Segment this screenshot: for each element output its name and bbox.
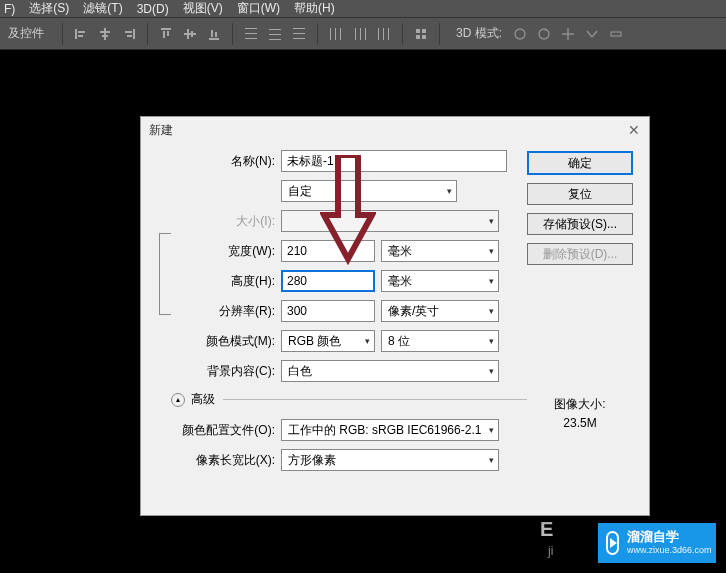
svg-rect-28 bbox=[335, 28, 336, 40]
bracket-icon bbox=[159, 233, 171, 315]
close-icon[interactable]: ✕ bbox=[627, 123, 641, 137]
pixel-aspect-label: 像素长宽比(X): bbox=[151, 452, 281, 469]
height-unit-select[interactable]: 毫米▾ bbox=[381, 270, 499, 292]
play-icon bbox=[606, 531, 619, 555]
ok-button[interactable]: 确定 bbox=[527, 151, 633, 175]
divider bbox=[232, 23, 233, 45]
distribute-center-h-icon[interactable] bbox=[352, 26, 368, 42]
chevron-down-icon: ▾ bbox=[489, 455, 494, 465]
chevron-down-icon: ▾ bbox=[489, 246, 494, 256]
menu-3d[interactable]: 3D(D) bbox=[137, 2, 169, 16]
bg-subtext: ji bbox=[548, 544, 553, 558]
svg-rect-39 bbox=[422, 35, 426, 39]
align-top-icon[interactable] bbox=[158, 26, 174, 42]
3d-pan-icon[interactable] bbox=[560, 26, 576, 42]
svg-rect-29 bbox=[340, 28, 341, 40]
distribute-left-icon[interactable] bbox=[328, 26, 344, 42]
svg-rect-11 bbox=[167, 31, 169, 36]
menu-layer[interactable]: F) bbox=[4, 2, 15, 16]
align-center-h-icon[interactable] bbox=[97, 26, 113, 42]
svg-rect-9 bbox=[161, 28, 171, 30]
chevron-down-icon: ▾ bbox=[489, 336, 494, 346]
svg-rect-42 bbox=[611, 32, 621, 36]
distribute-top-icon[interactable] bbox=[243, 26, 259, 42]
image-size-value: 23.5M bbox=[554, 416, 605, 430]
3d-roll-icon[interactable] bbox=[536, 26, 552, 42]
divider bbox=[62, 23, 63, 45]
chevron-down-icon: ▾ bbox=[447, 186, 452, 196]
distribute-bottom-icon[interactable] bbox=[291, 26, 307, 42]
name-label: 名称(N): bbox=[151, 153, 281, 170]
background-select[interactable]: 白色▾ bbox=[281, 360, 499, 382]
svg-rect-13 bbox=[187, 29, 189, 39]
svg-rect-26 bbox=[293, 38, 305, 39]
chevron-down-icon: ▾ bbox=[489, 306, 494, 316]
svg-rect-36 bbox=[416, 29, 420, 33]
menu-select[interactable]: 选择(S) bbox=[29, 0, 69, 17]
dialog-title: 新建 bbox=[149, 122, 173, 139]
bit-depth-select[interactable]: 8 位▾ bbox=[381, 330, 499, 352]
menu-filter[interactable]: 滤镜(T) bbox=[83, 0, 122, 17]
svg-rect-22 bbox=[269, 34, 281, 35]
toolbar-left-label: 及控件 bbox=[4, 23, 48, 44]
align-center-v-icon[interactable] bbox=[182, 26, 198, 42]
options-bar: 及控件 3D 模式: bbox=[0, 18, 726, 50]
divider bbox=[223, 399, 527, 400]
align-left-icon[interactable] bbox=[73, 26, 89, 42]
svg-rect-16 bbox=[211, 30, 213, 37]
divider bbox=[147, 23, 148, 45]
advanced-label: 高级 bbox=[191, 391, 215, 408]
svg-rect-4 bbox=[100, 31, 110, 33]
svg-rect-25 bbox=[293, 33, 305, 34]
distribute-center-v-icon[interactable] bbox=[267, 26, 283, 42]
align-right-icon[interactable] bbox=[121, 26, 137, 42]
svg-rect-32 bbox=[365, 28, 366, 40]
svg-rect-10 bbox=[163, 31, 165, 38]
new-document-dialog: 新建 ✕ 名称(N): 自定▾ 大小(I): ▾ 宽度(W bbox=[140, 116, 650, 516]
watermark-title: 溜溜自学 bbox=[627, 530, 712, 545]
auto-align-icon[interactable] bbox=[413, 26, 429, 42]
menu-view[interactable]: 视图(V) bbox=[183, 0, 223, 17]
3d-orbit-icon[interactable] bbox=[512, 26, 528, 42]
resolution-input[interactable] bbox=[281, 300, 375, 322]
svg-rect-3 bbox=[104, 28, 106, 40]
color-mode-select[interactable]: RGB 颜色▾ bbox=[281, 330, 375, 352]
save-preset-button[interactable]: 存储预设(S)... bbox=[527, 213, 633, 235]
svg-rect-21 bbox=[269, 29, 281, 30]
divider bbox=[317, 23, 318, 45]
svg-rect-37 bbox=[422, 29, 426, 33]
svg-rect-17 bbox=[215, 32, 217, 37]
3d-scale-icon[interactable] bbox=[608, 26, 624, 42]
svg-rect-1 bbox=[78, 31, 85, 33]
chevron-down-icon: ▾ bbox=[489, 276, 494, 286]
size-label: 大小(I): bbox=[151, 213, 281, 230]
svg-rect-20 bbox=[245, 38, 257, 39]
3d-slide-icon[interactable] bbox=[584, 26, 600, 42]
svg-rect-14 bbox=[191, 31, 193, 37]
svg-rect-34 bbox=[383, 28, 384, 40]
name-input[interactable] bbox=[281, 150, 507, 172]
color-mode-label: 颜色模式(M): bbox=[151, 333, 281, 350]
svg-rect-38 bbox=[416, 35, 420, 39]
divider bbox=[439, 23, 440, 45]
svg-point-41 bbox=[539, 29, 549, 39]
width-input[interactable] bbox=[281, 240, 375, 262]
preset-select[interactable]: 自定▾ bbox=[281, 180, 457, 202]
advanced-toggle-icon[interactable]: ▴ bbox=[171, 393, 185, 407]
menu-bar: F) 选择(S) 滤镜(T) 3D(D) 视图(V) 窗口(W) 帮助(H) bbox=[0, 0, 726, 18]
align-bottom-icon[interactable] bbox=[206, 26, 222, 42]
height-input[interactable] bbox=[281, 270, 375, 292]
svg-rect-33 bbox=[378, 28, 379, 40]
menu-help[interactable]: 帮助(H) bbox=[294, 0, 335, 17]
chevron-down-icon: ▾ bbox=[365, 336, 370, 346]
resolution-unit-select[interactable]: 像素/英寸▾ bbox=[381, 300, 499, 322]
color-profile-label: 颜色配置文件(O): bbox=[151, 422, 281, 439]
pixel-aspect-select[interactable]: 方形像素▾ bbox=[281, 449, 499, 471]
cancel-button[interactable]: 复位 bbox=[527, 183, 633, 205]
color-profile-select[interactable]: 工作中的 RGB: sRGB IEC61966-2.1▾ bbox=[281, 419, 499, 441]
svg-rect-30 bbox=[355, 28, 356, 40]
distribute-right-icon[interactable] bbox=[376, 26, 392, 42]
watermark-url: www.zixue.3d66.com bbox=[627, 545, 712, 555]
width-unit-select[interactable]: 毫米▾ bbox=[381, 240, 499, 262]
menu-window[interactable]: 窗口(W) bbox=[237, 0, 280, 17]
